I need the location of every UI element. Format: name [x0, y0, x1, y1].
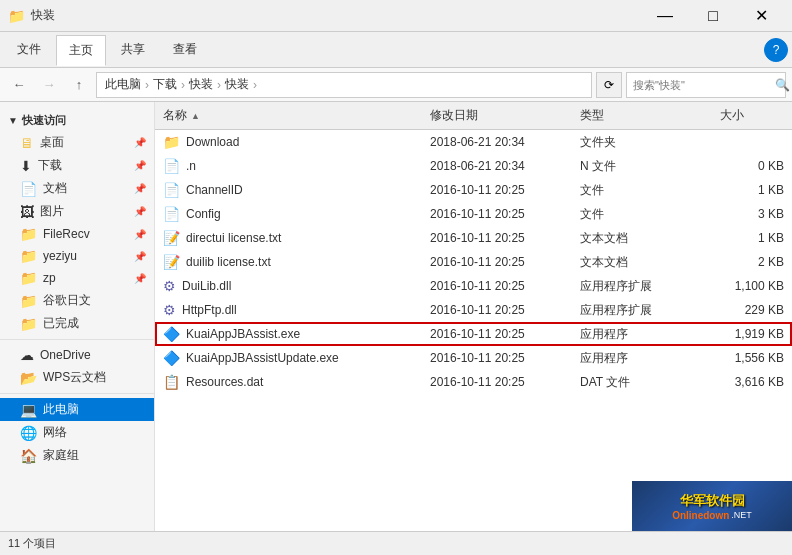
forward-button[interactable]: →	[36, 72, 62, 98]
file-size: 1,919 KB	[720, 327, 784, 341]
download-icon: ⬇	[20, 158, 32, 174]
file-cell-kind: DAT 文件	[572, 374, 712, 391]
network-icon: 🌐	[20, 425, 37, 441]
up-button[interactable]: ↑	[66, 72, 92, 98]
sidebar-item-onedrive[interactable]: ☁ OneDrive	[0, 344, 154, 366]
file-modified: 2016-10-11 20:25	[430, 255, 525, 269]
item-count: 11 个项目	[8, 536, 56, 551]
file-row[interactable]: 📄 .n 2018-06-21 20:34 N 文件 0 KB	[155, 154, 792, 178]
quick-access-section: ▼ 快速访问 🖥 桌面 📌 ⬇ 下载 📌 📄 文档 📌 🖼 图片 �	[0, 110, 154, 335]
file-cell-name: 📋 Resources.dat	[155, 374, 422, 390]
pin-icon-filerecv: 📌	[134, 229, 146, 240]
file-row[interactable]: 📁 Download 2018-06-21 20:34 文件夹	[155, 130, 792, 154]
sidebar-item-google-jp[interactable]: 📁 谷歌日文	[0, 289, 154, 312]
file-cell-size: 1 KB	[712, 183, 792, 197]
sidebar-item-download[interactable]: ⬇ 下载 📌	[0, 154, 154, 177]
file-size: 1,100 KB	[720, 279, 784, 293]
file-type-icon: 📄	[163, 206, 180, 222]
maximize-button[interactable]: □	[690, 0, 736, 32]
file-name: duilib license.txt	[186, 255, 271, 269]
quick-access-header[interactable]: ▼ 快速访问	[0, 110, 154, 131]
file-name: HttpFtp.dll	[182, 303, 237, 317]
col-header-name[interactable]: 名称 ▲	[155, 105, 422, 126]
file-cell-kind: 文本文档	[572, 230, 712, 247]
file-cell-name: 🔷 KuaiAppJBAssist.exe	[155, 326, 422, 342]
file-cell-modified: 2016-10-11 20:25	[422, 207, 572, 221]
col-header-size[interactable]: 大小	[712, 105, 792, 126]
file-cell-size: 1 KB	[712, 231, 792, 245]
file-name: directui license.txt	[186, 231, 281, 245]
file-row[interactable]: 📄 Config 2016-10-11 20:25 文件 3 KB	[155, 202, 792, 226]
title-bar: 📁 快装 — □ ✕	[0, 0, 792, 32]
search-input[interactable]	[633, 79, 771, 91]
file-row[interactable]: 📝 directui license.txt 2016-10-11 20:25 …	[155, 226, 792, 250]
wps-icon: 📂	[20, 370, 37, 386]
sidebar-label-homegroup: 家庭组	[43, 447, 79, 464]
file-modified: 2016-10-11 20:25	[430, 327, 525, 341]
path-kuaizhuang2[interactable]: 快装	[225, 76, 249, 93]
sidebar-item-wps[interactable]: 📂 WPS云文档	[0, 366, 154, 389]
tab-file[interactable]: 文件	[4, 34, 54, 65]
pin-icon-desktop: 📌	[134, 137, 146, 148]
file-kind: 文本文档	[580, 230, 628, 247]
back-button[interactable]: ←	[6, 72, 32, 98]
file-row[interactable]: ⚙ HttpFtp.dll 2016-10-11 20:25 应用程序扩展 22…	[155, 298, 792, 322]
sidebar-item-filerecv[interactable]: 📁 FileRecv 📌	[0, 223, 154, 245]
sidebar-item-this-pc[interactable]: 💻 此电脑	[0, 398, 154, 421]
help-button[interactable]: ?	[764, 38, 788, 62]
close-button[interactable]: ✕	[738, 0, 784, 32]
file-row[interactable]: 📝 duilib license.txt 2016-10-11 20:25 文本…	[155, 250, 792, 274]
sidebar-label-done: 已完成	[43, 315, 79, 332]
sidebar-divider-1	[0, 339, 154, 340]
sidebar-label-download: 下载	[38, 157, 62, 174]
sidebar-item-yeziyu[interactable]: 📁 yeziyu 📌	[0, 245, 154, 267]
sidebar-label-filerecv: FileRecv	[43, 227, 90, 241]
file-cell-size: 3 KB	[712, 207, 792, 221]
watermark-line3: .NET	[731, 510, 752, 520]
file-cell-name: ⚙ HttpFtp.dll	[155, 302, 422, 318]
file-kind: 应用程序	[580, 326, 628, 343]
file-cell-kind: 文件	[572, 182, 712, 199]
file-row[interactable]: ⚙ DuiLib.dll 2016-10-11 20:25 应用程序扩展 1,1…	[155, 274, 792, 298]
file-cell-kind: N 文件	[572, 158, 712, 175]
sidebar-item-pictures[interactable]: 🖼 图片 📌	[0, 200, 154, 223]
search-box[interactable]: 🔍	[626, 72, 786, 98]
address-path[interactable]: 此电脑 › 下载 › 快装 › 快装 ›	[96, 72, 592, 98]
file-cell-kind: 应用程序	[572, 326, 712, 343]
file-size: 229 KB	[720, 303, 784, 317]
sort-arrow-name: ▲	[191, 111, 200, 121]
path-download[interactable]: 下载	[153, 76, 177, 93]
address-bar: ← → ↑ 此电脑 › 下载 › 快装 › 快装 › ⟳ 🔍	[0, 68, 792, 102]
path-this-pc[interactable]: 此电脑	[105, 76, 141, 93]
col-header-type[interactable]: 类型	[572, 105, 712, 126]
file-size: 0 KB	[720, 159, 784, 173]
file-row[interactable]: 🔷 KuaiAppJBAssist.exe 2016-10-11 20:25 应…	[155, 322, 792, 346]
file-cell-modified: 2016-10-11 20:25	[422, 183, 572, 197]
col-header-modified[interactable]: 修改日期	[422, 105, 572, 126]
file-modified: 2016-10-11 20:25	[430, 207, 525, 221]
tab-home[interactable]: 主页	[56, 35, 106, 66]
sidebar-item-done[interactable]: 📁 已完成	[0, 312, 154, 335]
file-cell-name: 📄 .n	[155, 158, 422, 174]
sidebar-item-docs[interactable]: 📄 文档 📌	[0, 177, 154, 200]
file-type-icon: 📄	[163, 158, 180, 174]
tab-view[interactable]: 查看	[160, 34, 210, 65]
watermark: 华军软件园 Onlinedown .NET	[632, 481, 792, 531]
zp-icon: 📁	[20, 270, 37, 286]
pictures-icon: 🖼	[20, 204, 34, 220]
sidebar-item-homegroup[interactable]: 🏠 家庭组	[0, 444, 154, 467]
sidebar-item-zp[interactable]: 📁 zp 📌	[0, 267, 154, 289]
file-row[interactable]: 📋 Resources.dat 2016-10-11 20:25 DAT 文件 …	[155, 370, 792, 394]
sidebar-label-onedrive: OneDrive	[40, 348, 91, 362]
sidebar-item-desktop[interactable]: 🖥 桌面 📌	[0, 131, 154, 154]
file-row[interactable]: 🔷 KuaiAppJBAssistUpdate.exe 2016-10-11 2…	[155, 346, 792, 370]
sidebar-item-network[interactable]: 🌐 网络	[0, 421, 154, 444]
path-kuaizhuang1[interactable]: 快装	[189, 76, 213, 93]
minimize-button[interactable]: —	[642, 0, 688, 32]
file-cell-kind: 文件	[572, 206, 712, 223]
pin-icon-yeziyu: 📌	[134, 251, 146, 262]
file-list: 名称 ▲ 修改日期 类型 大小 📁 Download 2018-06-21 20…	[155, 102, 792, 531]
file-row[interactable]: 📄 ChannelID 2016-10-11 20:25 文件 1 KB	[155, 178, 792, 202]
refresh-button[interactable]: ⟳	[596, 72, 622, 98]
tab-share[interactable]: 共享	[108, 34, 158, 65]
